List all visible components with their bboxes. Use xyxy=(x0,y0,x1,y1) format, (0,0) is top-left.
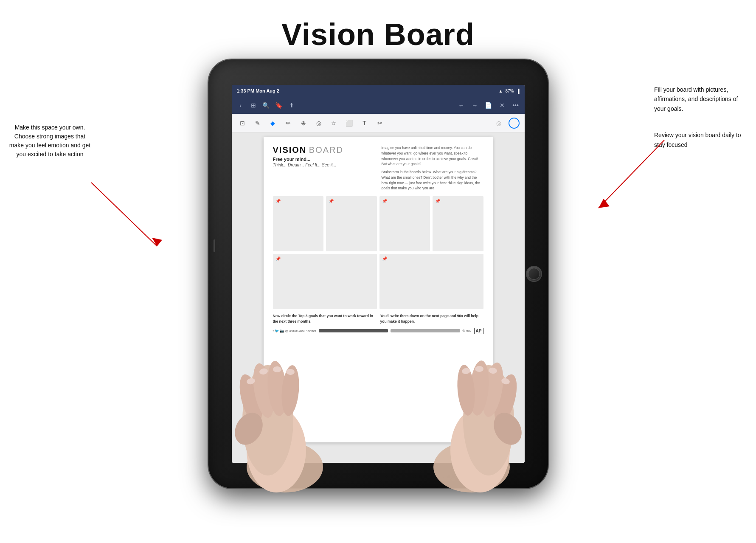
pin-icon-5: 📌 xyxy=(275,256,281,261)
tablet-device: 1:33 PM Mon Aug 2 ▲ 87% ▐ ‹ ⊞ 🔍 🔖 ⬆ ← → xyxy=(208,59,548,492)
pdf-page: VISION BOARD Free your mind... Think... … xyxy=(264,137,493,442)
close-icon[interactable]: ✕ xyxy=(497,101,507,110)
pin-icon-6: 📌 xyxy=(382,256,387,261)
pdf-header: VISION BOARD Free your mind... Think... … xyxy=(273,145,483,191)
status-right: ▲ 87% ▐ xyxy=(498,89,519,93)
pdf-logo-text: VISION BOARD xyxy=(273,145,343,155)
pin-icon-3: 📌 xyxy=(382,199,387,203)
vision-cell-5[interactable]: 📌 xyxy=(273,254,377,309)
status-bar: 1:33 PM Mon Aug 2 ▲ 87% ▐ xyxy=(232,85,525,97)
pin-icon-4: 📌 xyxy=(435,199,440,203)
tool-text[interactable]: T xyxy=(359,118,370,129)
battery-icon: ▐ xyxy=(516,89,519,93)
tool-select[interactable]: ⊡ xyxy=(237,118,248,129)
tablet-shell: 1:33 PM Mon Aug 2 ▲ 87% ▐ ‹ ⊞ 🔍 🔖 ⬆ ← → xyxy=(208,59,548,488)
pdf-italic: Think... Dream... Feel It... See it... xyxy=(273,163,343,167)
svg-line-0 xyxy=(91,183,157,246)
bookmark-icon[interactable]: 🔖 xyxy=(274,101,284,110)
footer-bar-light xyxy=(391,329,460,332)
nav-right-icons: ← → 📄 ✕ ••• xyxy=(457,101,520,110)
footer-social-icons: f 🐦 📷 @ #90XGoalPlanner xyxy=(273,329,316,333)
bottom-text-left: Now circle the Top 3 goals that you want… xyxy=(273,313,376,324)
pdf-logo: VISION BOARD Free your mind... Think... … xyxy=(273,145,343,167)
redo-icon[interactable]: → xyxy=(470,101,480,110)
pin-icon-1: 📌 xyxy=(275,199,281,203)
document-icon[interactable]: 📄 xyxy=(484,101,493,110)
vision-cell-6[interactable]: 📌 xyxy=(379,254,483,309)
tablet-screen: 1:33 PM Mon Aug 2 ▲ 87% ▐ ‹ ⊞ 🔍 🔖 ⬆ ← → xyxy=(232,85,525,463)
more-icon[interactable]: ••• xyxy=(511,101,520,110)
pdf-bottom-text: Now circle the Top 3 goals that you want… xyxy=(273,313,483,324)
vision-cell-3[interactable]: 📌 xyxy=(379,196,430,251)
pdf-desc-para1: Imagine you have unlimited time and mone… xyxy=(382,145,483,167)
nav-bar: ‹ ⊞ 🔍 🔖 ⬆ ← → 📄 ✕ ••• xyxy=(232,97,525,114)
tool-undo-circle[interactable]: ◎ xyxy=(493,118,504,129)
vision-cell-2[interactable]: 📌 xyxy=(326,196,377,251)
tablet-side-button[interactable] xyxy=(214,239,215,252)
share-icon[interactable]: ⬆ xyxy=(287,101,296,110)
undo-icon[interactable]: ← xyxy=(457,101,466,110)
tablet-home-button[interactable] xyxy=(526,266,542,282)
page-title: Vision Board xyxy=(0,0,756,52)
footer-page-num: © 90x xyxy=(463,329,472,333)
tool-shape[interactable]: ◎ xyxy=(313,118,324,129)
tool-image[interactable]: ⬜ xyxy=(344,118,355,129)
vision-grid-top: 📌 📌 📌 📌 xyxy=(273,196,483,251)
tool-pencil[interactable]: ✎ xyxy=(252,118,263,129)
tablet-home-button-inner xyxy=(528,268,540,280)
vision-cell-4[interactable]: 📌 xyxy=(433,196,483,251)
pin-icon-2: 📌 xyxy=(329,199,334,203)
tool-star[interactable]: ☆ xyxy=(329,118,340,129)
footer-brand: AP xyxy=(474,328,483,334)
toolbar: ⊡ ✎ ◆ ✏ ⊕ ◎ ☆ ⬜ T ✂ ◎ xyxy=(232,114,525,132)
search-icon[interactable]: 🔍 xyxy=(261,101,271,110)
svg-line-2 xyxy=(599,140,664,208)
wifi-icon: ▲ xyxy=(498,89,503,93)
back-button[interactable]: ‹ xyxy=(236,101,245,110)
battery-text: 87% xyxy=(505,89,514,93)
annotation-right: Fill your board with pictures, affirmati… xyxy=(654,85,748,149)
pdf-subtitle: Free your mind... xyxy=(273,157,343,162)
pdf-content: VISION BOARD Free your mind... Think... … xyxy=(232,132,525,463)
svg-marker-3 xyxy=(599,199,610,208)
annotation-left: Make this space your own. Choose strong … xyxy=(8,123,91,159)
pdf-description: Imagine you have unlimited time and mone… xyxy=(382,145,483,191)
bottom-text-right: You'll write them down on the next page … xyxy=(380,313,483,324)
svg-marker-1 xyxy=(152,238,162,246)
status-time: 1:33 PM Mon Aug 2 xyxy=(237,88,279,93)
tool-pen[interactable]: ◆ xyxy=(267,118,278,129)
footer-bar-dark xyxy=(319,329,388,332)
pdf-footer: f 🐦 📷 @ #90XGoalPlanner © 90x AP xyxy=(273,328,483,334)
tool-color-circle[interactable] xyxy=(509,118,520,129)
tool-lasso[interactable]: ⊕ xyxy=(298,118,309,129)
grid-icon[interactable]: ⊞ xyxy=(249,101,258,110)
vision-cell-1[interactable]: 📌 xyxy=(273,196,324,251)
vision-grid-bottom: 📌 📌 xyxy=(273,254,483,309)
tool-eraser[interactable]: ✏ xyxy=(283,118,294,129)
pdf-desc-para2: Brainstorm in the boards below. What are… xyxy=(382,169,483,191)
tool-scissors[interactable]: ✂ xyxy=(374,118,385,129)
